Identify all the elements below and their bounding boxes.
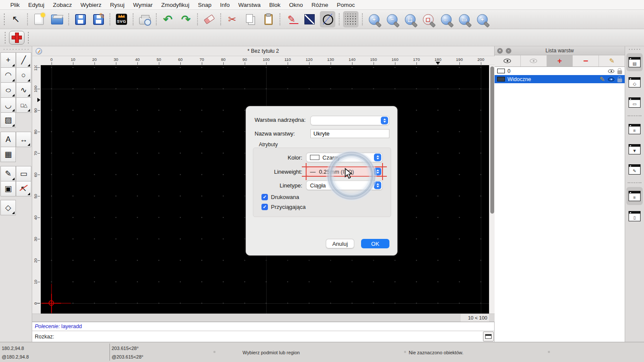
palette-drag-handle[interactable] — [3, 48, 29, 51]
menu-warstwa[interactable]: Warstwa — [234, 0, 265, 10]
parent-layer-label: Warstwa nadrzędna: — [255, 117, 306, 123]
tool-ellipse-button[interactable]: ○ — [0, 82, 16, 98]
tool-image-button[interactable]: ▦ — [0, 147, 16, 162]
panel-layer-list-button[interactable]: ▤ — [626, 53, 643, 71]
tool-block-button[interactable]: ▣ — [0, 181, 16, 196]
h-ruler-label: 30 — [114, 57, 118, 62]
new-layer-shortcut-button[interactable] — [9, 30, 24, 46]
menu-rozne[interactable]: Różne — [307, 0, 333, 10]
menu-info[interactable]: Info — [216, 0, 234, 10]
h-ruler-label: 0 — [50, 57, 52, 62]
panel-float-icon[interactable]: ▫ — [506, 48, 511, 54]
line-settings-button[interactable] — [302, 11, 317, 27]
cancel-button[interactable]: Anuluj — [326, 239, 354, 248]
tool-arc-button[interactable]: ◠ — [0, 67, 16, 83]
paste-button[interactable] — [261, 11, 276, 27]
panel-command-line-button[interactable]: ≡ — [626, 187, 643, 205]
tool-modify-button[interactable]: ✎ — [0, 166, 16, 181]
scrollbar-thumb[interactable] — [490, 66, 494, 214]
tool-select-button[interactable]: ↖ — [16, 181, 31, 196]
parent-layer-select[interactable] — [310, 116, 389, 125]
menu-okno[interactable]: Okno — [285, 0, 307, 10]
print-preview-button[interactable] — [137, 11, 152, 27]
menu-zmodyfikuj[interactable]: Zmodyfikuj — [157, 0, 194, 10]
show-all-layers-button[interactable] — [495, 55, 521, 66]
menu-plik[interactable]: Plik — [6, 0, 24, 10]
command-history-label: Polecenie: — [35, 323, 60, 329]
undo-button[interactable]: ↶ — [160, 11, 176, 27]
tool-circle-button[interactable]: ○ — [16, 67, 31, 83]
pointer-button[interactable]: ↖ — [8, 11, 24, 27]
tool-points-button[interactable]: + — [0, 52, 16, 68]
eye-off-icon — [530, 59, 537, 63]
snappable-checkbox[interactable]: ✓ — [261, 204, 268, 210]
circle-tool-button[interactable] — [320, 11, 335, 27]
menu-wymiar[interactable]: Wymiar — [129, 0, 157, 10]
panel-pen-toolbar-button[interactable]: ✎ — [626, 160, 643, 178]
edit-layer-button[interactable]: ✎ — [599, 55, 625, 66]
layer-visibility-icon[interactable] — [608, 69, 614, 73]
hide-all-layers-button[interactable] — [521, 55, 547, 66]
tool-polyline-button[interactable]: ◡ — [0, 97, 16, 113]
layer-row-widoczne[interactable]: Widoczne✎ — [495, 75, 625, 83]
new-file-button[interactable] — [31, 11, 47, 27]
tool-solid-3d-button[interactable]: ◇ — [0, 200, 16, 215]
menu-zobacz[interactable]: Zobacz — [49, 0, 76, 10]
zoom-window-button[interactable]: ▭ — [456, 11, 472, 27]
panel-block-list-button[interactable]: ◇ — [626, 73, 643, 91]
strip-drag-handle[interactable] — [628, 48, 641, 51]
open-file-button[interactable] — [49, 11, 65, 27]
grid-toggle-button[interactable] — [343, 11, 358, 27]
svg-export-button[interactable]: SVG — [114, 11, 129, 27]
zoom-auto-button[interactable]: ◻ — [402, 11, 418, 27]
layer-visibility-icon[interactable] — [608, 77, 614, 81]
tool-dimension-button[interactable]: ↔ — [16, 132, 31, 147]
save-button[interactable] — [73, 11, 88, 27]
menu-wybierz[interactable]: Wybierz — [76, 0, 106, 10]
cut-button[interactable]: ✂ — [225, 11, 240, 27]
draw-order-button[interactable]: ✎ — [284, 11, 299, 27]
layer-name-input[interactable] — [310, 129, 389, 138]
zoom-previous-button[interactable]: ◻ — [420, 11, 436, 27]
eraser-button[interactable] — [201, 11, 217, 27]
copy-button[interactable] — [243, 11, 258, 27]
menu-snap[interactable]: Snap — [194, 0, 216, 10]
edit-layer-icon[interactable]: ✎ — [599, 75, 605, 83]
zoom-back-button[interactable]: ← — [438, 11, 454, 27]
panel-library-button[interactable]: ▭ — [626, 94, 643, 112]
panel-close-icon[interactable]: × — [497, 48, 503, 54]
menu-rysuj[interactable]: Rysuj — [106, 0, 129, 10]
layer-lock-icon[interactable] — [617, 70, 622, 74]
tool-measure-button[interactable]: ▭ — [16, 166, 31, 181]
panel-property-editor-button[interactable]: ≡ — [626, 120, 643, 138]
command-dock-button[interactable] — [483, 332, 494, 341]
layer-row-0[interactable]: 0 — [495, 67, 625, 75]
toolbar-drag-handle[interactable] — [3, 13, 5, 26]
save-as-button[interactable]: ✎ — [91, 11, 106, 27]
tool-text-button[interactable]: A — [0, 132, 16, 147]
toolbar-drag-handle[interactable] — [4, 31, 6, 44]
menu-edytuj[interactable]: Edytuj — [24, 0, 49, 10]
tool-hatch-button[interactable]: ▨ — [0, 112, 16, 128]
zoom-out-button[interactable]: − — [384, 11, 400, 27]
panel-clipboard-button[interactable]: ▯ — [626, 207, 643, 225]
tool-shapes-button[interactable]: ◻△ — [16, 97, 31, 113]
redo-button[interactable]: ↷ — [178, 11, 194, 27]
toolbar-drag-handle[interactable] — [27, 31, 29, 44]
printable-checkbox[interactable]: ✓ — [261, 194, 268, 200]
panel-selection-filter-button[interactable]: ▼ — [626, 140, 643, 158]
zoom-in-button[interactable]: + — [366, 11, 382, 27]
menu-pomoc[interactable]: Pomoc — [333, 0, 359, 10]
layer-settings-dialog: Warstwa nadrzędna: Nazwa warstwy: Atrybu… — [246, 106, 398, 256]
color-label: Kolor: — [254, 154, 302, 161]
tool-line-button[interactable]: ╱ — [16, 52, 31, 68]
menu-blok[interactable]: Blok — [265, 0, 285, 10]
remove-layer-button[interactable]: − — [573, 55, 599, 66]
layer-lock-icon[interactable] — [617, 78, 622, 82]
add-layer-button[interactable]: + — [547, 55, 573, 66]
command-input[interactable] — [54, 331, 483, 342]
zoom-pan-button[interactable]: + — [474, 11, 490, 27]
vertical-scrollbar[interactable] — [489, 65, 495, 314]
tool-spline-button[interactable]: ∿ — [16, 82, 31, 98]
ok-button[interactable]: OK — [361, 239, 389, 248]
